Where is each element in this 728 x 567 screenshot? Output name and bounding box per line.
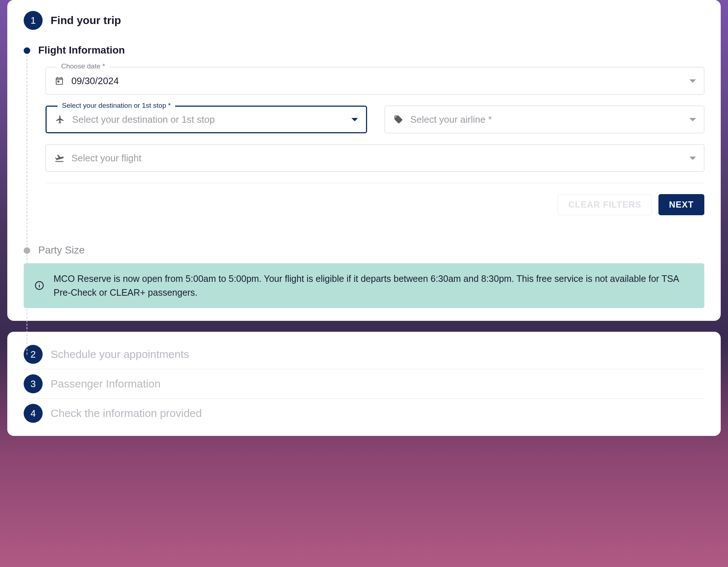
step-2-title: Schedule your appointments (51, 348, 189, 361)
action-row: CLEAR FILTERS NEXT (46, 194, 704, 215)
takeoff-icon (54, 153, 65, 164)
step-1-header: 1 Find your trip (24, 11, 704, 30)
lower-steps-card: 2 Schedule your appointments 3 Passenger… (7, 332, 721, 436)
flight-field[interactable]: Select your flight (46, 144, 704, 172)
flight-info-form: Choose date * 09/30/2024 Select your des… (46, 67, 704, 215)
party-size-section-header: Party Size (24, 244, 704, 256)
svg-point-2 (39, 283, 40, 284)
timeline-connector (27, 55, 27, 355)
step-1-card: 1 Find your trip Flight Information Choo… (7, 0, 721, 321)
flight-info-heading: Flight Information (38, 44, 125, 56)
info-banner: MCO Reserve is now open from 5:00am to 5… (24, 263, 704, 308)
clear-filters-button[interactable]: CLEAR FILTERS (558, 194, 652, 215)
step-3-row[interactable]: 3 Passenger Information (24, 369, 704, 398)
step-1-title: Find your trip (51, 14, 121, 27)
info-icon (35, 281, 45, 291)
step-1-badge: 1 (24, 11, 43, 30)
flight-info-dot (24, 47, 30, 54)
step-3-badge: 3 (24, 374, 43, 393)
chevron-down-icon (351, 118, 358, 121)
choose-date-label: Choose date * (57, 62, 109, 70)
destination-label: Select your destination or 1st stop * (58, 102, 175, 110)
info-banner-text: MCO Reserve is now open from 5:00am to 5… (54, 272, 693, 299)
choose-date-value: 09/30/2024 (71, 75, 683, 87)
party-size-dot (24, 247, 30, 254)
next-button[interactable]: NEXT (658, 194, 704, 215)
airplane-icon (55, 114, 66, 125)
step-4-badge: 4 (24, 404, 43, 423)
step-4-row[interactable]: 4 Check the information provided (24, 399, 704, 428)
chevron-down-icon (689, 157, 696, 160)
party-size-heading: Party Size (38, 244, 85, 256)
airline-field[interactable]: Select your airline * (385, 106, 705, 133)
step-4-title: Check the information provided (51, 407, 202, 420)
destination-placeholder: Select your destination or 1st stop (72, 114, 345, 125)
chevron-down-icon (689, 79, 696, 83)
step-3-title: Passenger Information (51, 378, 161, 390)
chevron-down-icon (689, 118, 696, 121)
calendar-icon (54, 75, 65, 86)
airline-placeholder: Select your airline * (410, 114, 683, 125)
step-2-row[interactable]: 2 Schedule your appointments (24, 340, 704, 369)
divider (46, 183, 704, 183)
choose-date-field[interactable]: Choose date * 09/30/2024 (46, 67, 704, 95)
flight-info-section-header: Flight Information (24, 44, 704, 56)
destination-field[interactable]: Select your destination or 1st stop * Se… (46, 106, 367, 133)
tag-icon (393, 114, 404, 125)
flight-placeholder: Select your flight (71, 153, 683, 164)
